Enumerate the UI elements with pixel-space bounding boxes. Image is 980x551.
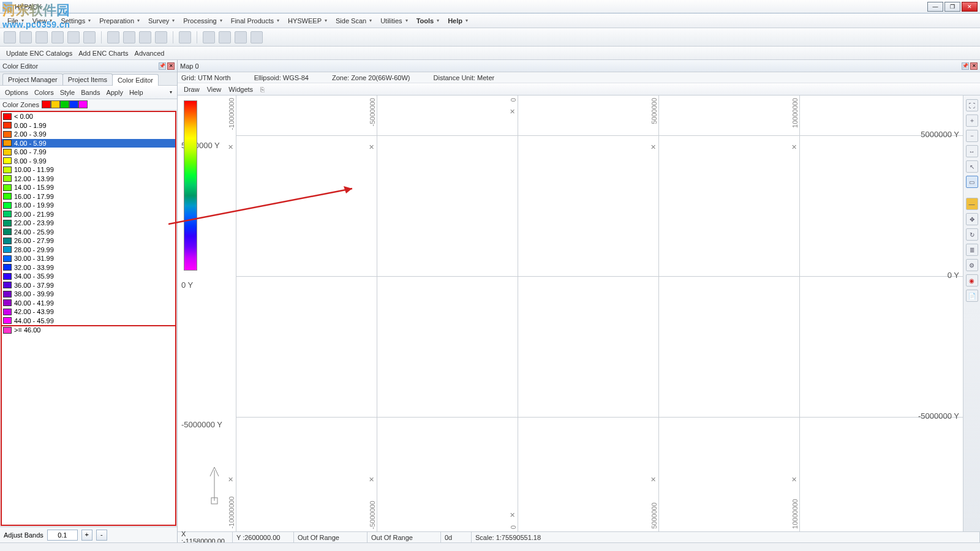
tool-settings-icon[interactable]: [83, 31, 96, 43]
band-row[interactable]: 22.00 - 23.99: [2, 219, 175, 228]
menu-preparation[interactable]: Preparation: [96, 16, 143, 26]
map-tool-line-icon[interactable]: —: [966, 198, 978, 210]
tool-globe-icon[interactable]: [20, 31, 32, 43]
enc-add[interactable]: Add ENC Charts: [78, 50, 128, 57]
band-row[interactable]: 24.00 - 25.99: [2, 228, 175, 237]
color-zone-swatch[interactable]: [51, 100, 60, 108]
map-tool-rotate-icon[interactable]: ↻: [966, 228, 978, 241]
adjust-minus-button[interactable]: -: [96, 530, 107, 541]
color-zone-swatch[interactable]: [60, 100, 69, 108]
tool-save-icon[interactable]: [51, 31, 64, 43]
menu-final-products[interactable]: Final Products: [227, 16, 283, 26]
maximize-button[interactable]: ❐: [944, 2, 960, 12]
band-row[interactable]: 26.00 - 27.99: [2, 236, 175, 246]
ce-menu-options[interactable]: Options: [5, 89, 28, 96]
tool-trash-icon[interactable]: [219, 31, 231, 43]
tool-cloud-icon[interactable]: [235, 31, 247, 43]
band-row[interactable]: 18.00 - 19.99: [2, 201, 175, 210]
panel-close-icon[interactable]: ✕: [167, 62, 175, 70]
map-tool-select-icon[interactable]: ▭: [966, 176, 978, 188]
map-tool-record-icon[interactable]: ◉: [966, 274, 978, 287]
band-row[interactable]: 12.00 - 13.99: [2, 174, 175, 184]
tool-book-icon[interactable]: [123, 31, 135, 43]
band-row[interactable]: < 0.00: [2, 112, 175, 121]
band-row[interactable]: 8.00 - 9.99: [2, 157, 175, 166]
ce-menu-bands[interactable]: Bands: [81, 89, 100, 96]
menu-file[interactable]: File: [4, 16, 28, 26]
map-tool-extent-icon[interactable]: ⛶: [966, 99, 978, 111]
tool-new-icon[interactable]: [4, 31, 16, 43]
tab-color-editor[interactable]: Color Editor: [112, 74, 159, 86]
band-row[interactable]: 36.00 - 37.99: [2, 281, 175, 290]
menu-help[interactable]: Help: [444, 16, 472, 26]
band-list[interactable]: < 0.000.00 - 1.992.00 - 3.994.00 - 5.996…: [1, 111, 176, 526]
ce-menu-chevron-icon[interactable]: ▾: [170, 89, 172, 95]
menu-settings[interactable]: Settings: [57, 16, 94, 26]
tab-project-items[interactable]: Project Items: [62, 73, 113, 85]
map-close-icon[interactable]: ✕: [970, 62, 978, 70]
adjust-plus-button[interactable]: +: [81, 530, 92, 541]
map-menu-view[interactable]: View: [205, 85, 224, 94]
menu-utilities[interactable]: Utilities: [377, 16, 411, 26]
map-menu-extra-icon[interactable]: ⎘: [260, 86, 265, 93]
band-row[interactable]: 34.00 - 35.99: [2, 272, 175, 281]
ce-menu-help[interactable]: Help: [129, 89, 143, 96]
menu-hysweep[interactable]: HYSWEEP: [284, 16, 331, 26]
ce-menu-apply[interactable]: Apply: [106, 89, 123, 96]
menu-view[interactable]: View: [29, 16, 56, 26]
band-row[interactable]: 16.00 - 17.99: [2, 192, 175, 201]
map-canvas[interactable]: 5000000 Y 0 Y -5000000 Y 5000000 Y 0 Y -…: [178, 96, 980, 531]
map-tool-zoomin-icon[interactable]: ＋: [966, 114, 978, 127]
band-row[interactable]: 20.00 - 21.99: [2, 210, 175, 219]
band-row[interactable]: 0.00 - 1.99: [2, 121, 175, 130]
map-tool-measure-icon[interactable]: ↔: [966, 145, 978, 157]
color-zone-swatch[interactable]: [69, 100, 78, 108]
band-row[interactable]: 32.00 - 33.99: [2, 263, 175, 272]
band-row[interactable]: 28.00 - 29.99: [2, 246, 175, 255]
tool-open-icon[interactable]: [36, 31, 48, 43]
band-row[interactable]: 2.00 - 3.99: [2, 130, 175, 139]
menu-side-scan[interactable]: Side Scan: [332, 16, 375, 26]
band-label: 4.00 - 5.99: [14, 140, 47, 147]
tool-chart-icon[interactable]: [107, 31, 119, 43]
map-tool-zoomout-icon[interactable]: －: [966, 130, 978, 142]
band-row[interactable]: 44.00 - 45.99: [2, 317, 175, 326]
map-tool-settings-icon[interactable]: ⚙: [966, 259, 978, 271]
band-row[interactable]: 10.00 - 11.99: [2, 165, 175, 174]
color-zone-swatch[interactable]: [42, 100, 51, 108]
adjust-bands-value[interactable]: 0.1: [47, 530, 78, 541]
close-button[interactable]: ✕: [962, 2, 978, 12]
map-tool-note-icon[interactable]: 📄: [966, 290, 978, 302]
tool-mail-icon[interactable]: [203, 31, 215, 43]
map-pin-icon[interactable]: 📌: [962, 62, 969, 70]
band-row[interactable]: 38.00 - 39.99: [2, 290, 175, 299]
minimize-button[interactable]: —: [927, 2, 943, 12]
tool-target-icon[interactable]: [155, 31, 167, 43]
tool-measure-icon[interactable]: [179, 31, 191, 43]
map-tool-pan-icon[interactable]: ✥: [966, 213, 978, 225]
band-row[interactable]: 14.00 - 15.99: [2, 183, 175, 192]
map-menu-draw[interactable]: Draw: [181, 85, 202, 94]
band-row[interactable]: 4.00 - 5.99: [2, 139, 175, 148]
ce-menu-style[interactable]: Style: [60, 89, 75, 96]
band-row[interactable]: 30.00 - 31.99: [2, 254, 175, 263]
tool-list-icon[interactable]: [251, 31, 263, 43]
pin-icon[interactable]: 📌: [159, 62, 166, 70]
band-row[interactable]: 40.00 - 41.99: [2, 299, 175, 308]
ce-menu-colors[interactable]: Colors: [34, 89, 54, 96]
map-tool-layers-icon[interactable]: ≣: [966, 244, 978, 256]
tab-project-manager[interactable]: Project Manager: [2, 73, 63, 85]
map-tool-pointer-icon[interactable]: ↖: [966, 160, 978, 173]
menu-survey[interactable]: Survey: [145, 16, 178, 26]
band-row[interactable]: 42.00 - 43.99: [2, 307, 175, 317]
map-menu-widgets[interactable]: Widgets: [226, 85, 255, 94]
band-row[interactable]: 6.00 - 7.99: [2, 148, 175, 157]
color-zone-swatch[interactable]: [78, 100, 88, 108]
enc-advanced[interactable]: Advanced: [135, 50, 165, 57]
enc-update[interactable]: Update ENC Catalogs: [6, 50, 72, 57]
tool-wizard-icon[interactable]: [67, 31, 80, 43]
menu-tools[interactable]: Tools: [413, 16, 443, 26]
tool-grid-icon[interactable]: [139, 31, 151, 43]
band-row[interactable]: >= 46.00: [2, 325, 175, 334]
menu-processing[interactable]: Processing: [179, 16, 225, 26]
